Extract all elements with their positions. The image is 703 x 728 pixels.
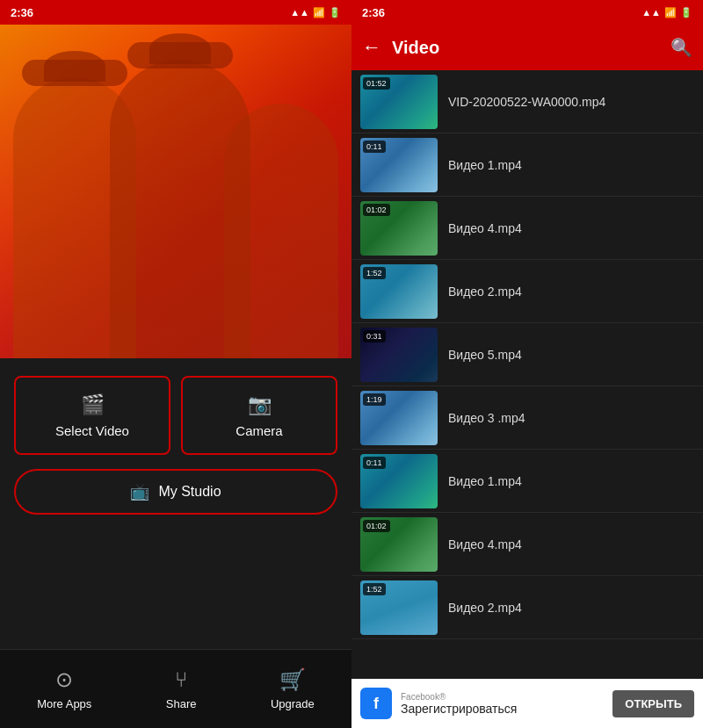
time-left: 2:36 [11,6,33,19]
select-video-icon: 🎬 [81,393,105,416]
share-label: Share [166,697,197,710]
select-video-label: Select Video [55,423,129,438]
duration-badge: 0:11 [363,141,386,153]
status-icons-left: ▲▲ 📶 🔋 [290,7,341,18]
video-list-item[interactable]: 0:11 Видео 1.mp4 [352,133,703,197]
video-list-item[interactable]: 1:52 Видео 2.mp4 [352,576,703,639]
my-studio-label: My Studio [158,484,221,500]
top-bar: ← Video 🔍 [352,25,703,70]
hero-image [0,25,352,358]
video-thumbnail: 1:19 [360,391,438,445]
duration-badge: 0:11 [363,457,386,469]
video-name: Видео 4.mp4 [448,537,694,551]
people-art [0,58,352,358]
upgrade-label: Upgrade [271,697,315,710]
select-video-button[interactable]: 🎬 Select Video [14,376,170,455]
ad-source: Facebook® [401,692,604,702]
video-list-item[interactable]: 0:31 Видео 5.mp4 [352,323,703,386]
video-thumbnail: 0:11 [360,454,438,508]
time-right: 2:36 [362,6,385,19]
search-button[interactable]: 🔍 [670,37,692,58]
camera-button[interactable]: 📷 Camera [181,376,337,455]
video-list-item[interactable]: 0:11 Видео 1.mp4 [352,450,703,513]
video-thumbnail: 1:52 [360,264,438,319]
duration-badge: 01:02 [363,520,390,532]
video-thumbnail: 01:02 [360,517,438,572]
video-list-item[interactable]: 01:52 VID-20200522-WA0000.mp4 [352,70,703,133]
my-studio-button[interactable]: 📺 My Studio [14,469,337,515]
video-name: Видео 2.mp4 [448,285,694,299]
person-2 [110,60,250,358]
ad-main-text: Зарегистрироваться [401,702,604,716]
status-bar-left: 2:36 ▲▲ 📶 🔋 [0,0,352,25]
ad-banner: f Facebook® Зарегистрироваться ОТКРЫТЬ [352,679,703,728]
facebook-logo: f [360,688,392,719]
bottom-nav: ⊙ More Apps ⑂ Share 🛒 Upgrade [0,649,352,728]
duration-badge: 1:52 [363,267,386,279]
share-icon: ⑂ [175,667,187,692]
video-list-item[interactable]: 1:52 Видео 2.mp4 [352,260,703,323]
nav-upgrade[interactable]: 🛒 Upgrade [271,667,315,710]
video-list-item[interactable]: 01:02 Видео 4.mp4 [352,197,703,260]
video-name: Видео 2.mp4 [448,601,694,615]
nav-share[interactable]: ⑂ Share [166,667,197,710]
duration-badge: 01:52 [363,77,390,90]
video-name: Видео 3 .mp4 [448,411,694,425]
status-icons-right: ▲▲ 📶 🔋 [641,7,692,18]
duration-badge: 1:19 [363,393,386,406]
video-name: Видео 4.mp4 [448,221,694,235]
video-thumbnail: 0:11 [360,138,438,192]
duration-badge: 01:02 [363,204,390,216]
page-title: Video [392,38,660,58]
video-list-item[interactable]: 01:02 Видео 4.mp4 [352,513,703,576]
left-panel: 2:36 ▲▲ 📶 🔋 🎬 Select Video 📷 [0,0,352,728]
hat [22,60,127,86]
status-bar-right: 2:36 ▲▲ 📶 🔋 [352,0,703,25]
action-buttons: 🎬 Select Video 📷 Camera [0,358,352,465]
camera-label: Camera [236,423,282,438]
video-name: Видео 5.mp4 [448,348,694,362]
video-name: Видео 1.mp4 [448,158,694,172]
nav-more-apps[interactable]: ⊙ More Apps [37,667,91,710]
ad-text-group: Facebook® Зарегистрироваться [401,692,604,716]
studio-icon: 📺 [130,482,149,501]
ad-open-button[interactable]: ОТКРЫТЬ [612,690,694,717]
video-list: 01:52 VID-20200522-WA0000.mp4 0:11 Видео… [352,70,703,679]
duration-badge: 0:31 [363,330,386,342]
hat-2 [127,42,233,68]
video-name: VID-20200522-WA0000.mp4 [448,95,694,109]
right-panel: 2:36 ▲▲ 📶 🔋 ← Video 🔍 01:52 VID-20200522… [352,0,703,728]
video-thumbnail: 01:02 [360,201,438,256]
video-name: Видео 1.mp4 [448,474,694,488]
duration-badge: 1:52 [363,583,386,595]
video-list-item[interactable]: 1:19 Видео 3 .mp4 [352,386,703,450]
my-studio-section: 📺 My Studio [0,465,352,529]
video-thumbnail: 1:52 [360,580,438,635]
upgrade-icon: 🛒 [279,667,306,692]
more-apps-label: More Apps [37,697,91,710]
video-thumbnail: 01:52 [360,75,438,129]
more-apps-icon: ⊙ [55,667,73,692]
camera-icon: 📷 [248,393,272,416]
video-thumbnail: 0:31 [360,328,438,382]
back-button[interactable]: ← [362,36,381,59]
